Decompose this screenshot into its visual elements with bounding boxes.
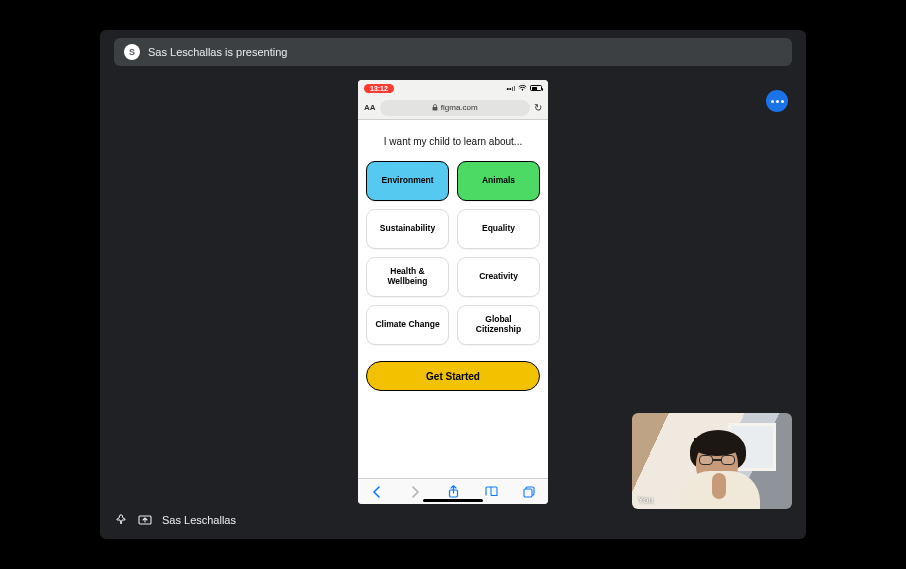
back-button[interactable] [368,483,386,501]
presenting-banner: S Sas Leschallas is presenting [114,38,792,66]
presenting-text: Sas Leschallas is presenting [148,46,287,58]
topic-tile-sustainability[interactable]: Sustainability [366,209,449,249]
url-domain: figma.com [441,103,478,112]
ios-status-bar: 13:12 ••ıl [358,80,548,96]
page-heading: I want my child to learn about... [384,136,522,147]
topic-tile-health-wellbeing[interactable]: Health & Wellbeing [366,257,449,297]
svg-point-0 [522,89,524,91]
forward-button[interactable] [406,483,424,501]
present-to-all-icon[interactable] [138,513,152,527]
person-hand [712,473,726,499]
get-started-button[interactable]: Get Started [366,361,540,391]
status-icons: ••ıl [507,84,542,92]
person-bangs [694,438,740,456]
presentation-footer: Sas Leschallas [114,513,236,527]
address-field[interactable]: figma.com [380,100,530,116]
signal-icon: ••ıl [507,85,515,92]
topic-grid: Environment Animals Sustainability Equal… [366,161,540,345]
wifi-icon [518,84,527,92]
self-video-tile[interactable]: You [632,413,792,509]
more-options-button[interactable] [766,90,788,112]
battery-icon [530,85,542,91]
safari-url-bar: AA figma.com ↻ [358,96,548,120]
meet-stage: S Sas Leschallas is presenting 13:12 ••ı… [100,30,806,539]
safari-toolbar [358,478,548,504]
topic-tile-equality[interactable]: Equality [457,209,540,249]
shared-screen-phone: 13:12 ••ıl AA figma.com ↻ I want my chil… [358,80,548,504]
lock-icon [432,104,438,112]
footer-presenter-name: Sas Leschallas [162,514,236,526]
self-label: You [638,495,653,505]
tabs-button[interactable] [520,483,538,501]
svg-rect-4 [524,489,532,497]
prototype-page: I want my child to learn about... Enviro… [358,120,548,478]
recording-time-pill: 13:12 [364,84,394,93]
topic-tile-global-citizenship[interactable]: Global Citizenship [457,305,540,345]
svg-rect-1 [432,107,437,111]
topic-tile-environment[interactable]: Environment [366,161,449,201]
topic-tile-climate-change[interactable]: Climate Change [366,305,449,345]
topic-tile-creativity[interactable]: Creativity [457,257,540,297]
bookmarks-button[interactable] [482,483,500,501]
presenter-avatar: S [124,44,140,60]
text-size-button[interactable]: AA [364,103,376,112]
share-button[interactable] [444,483,462,501]
topic-tile-animals[interactable]: Animals [457,161,540,201]
person-glasses [699,455,735,465]
pin-icon[interactable] [114,513,128,527]
reload-button[interactable]: ↻ [534,102,542,113]
home-indicator [423,499,483,502]
